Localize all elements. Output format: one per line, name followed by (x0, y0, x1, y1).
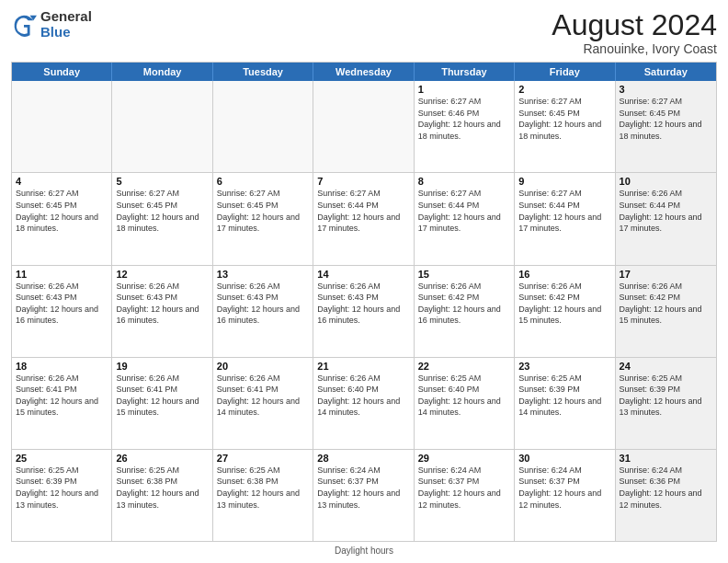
day-info: Sunrise: 6:26 AM Sunset: 6:42 PM Dayligh… (518, 281, 610, 327)
calendar-cell-18: 18Sunrise: 6:26 AM Sunset: 6:41 PM Dayli… (12, 358, 112, 449)
day-header-friday: Friday (515, 63, 615, 81)
calendar-cell-empty-0-2 (213, 81, 313, 172)
day-info: Sunrise: 6:27 AM Sunset: 6:45 PM Dayligh… (518, 96, 610, 142)
calendar-row-0: 1Sunrise: 6:27 AM Sunset: 6:46 PM Daylig… (12, 81, 716, 172)
calendar-cell-empty-0-1 (112, 81, 212, 172)
day-number: 12 (116, 269, 208, 280)
calendar-cell-26: 26Sunrise: 6:25 AM Sunset: 6:38 PM Dayli… (112, 450, 212, 541)
subtitle: Ranouinke, Ivory Coast (552, 41, 717, 56)
calendar-cell-6: 6Sunrise: 6:27 AM Sunset: 6:45 PM Daylig… (213, 173, 313, 264)
day-info: Sunrise: 6:24 AM Sunset: 6:37 PM Dayligh… (518, 465, 610, 511)
day-info: Sunrise: 6:26 AM Sunset: 6:40 PM Dayligh… (317, 373, 409, 419)
calendar-cell-7: 7Sunrise: 6:27 AM Sunset: 6:44 PM Daylig… (313, 173, 414, 264)
day-number: 1 (418, 84, 510, 95)
day-info: Sunrise: 6:27 AM Sunset: 6:45 PM Dayligh… (217, 188, 309, 234)
calendar-cell-16: 16Sunrise: 6:26 AM Sunset: 6:42 PM Dayli… (515, 266, 615, 357)
day-number: 29 (418, 453, 510, 464)
day-info: Sunrise: 6:26 AM Sunset: 6:41 PM Dayligh… (217, 373, 309, 419)
day-info: Sunrise: 6:24 AM Sunset: 6:37 PM Dayligh… (317, 465, 409, 511)
day-number: 8 (418, 176, 510, 187)
calendar-cell-25: 25Sunrise: 6:25 AM Sunset: 6:39 PM Dayli… (12, 450, 112, 541)
calendar-cell-19: 19Sunrise: 6:26 AM Sunset: 6:41 PM Dayli… (112, 358, 212, 449)
day-info: Sunrise: 6:26 AM Sunset: 6:43 PM Dayligh… (317, 281, 409, 327)
calendar-cell-29: 29Sunrise: 6:24 AM Sunset: 6:37 PM Dayli… (415, 450, 515, 541)
calendar-cell-24: 24Sunrise: 6:25 AM Sunset: 6:39 PM Dayli… (616, 358, 716, 449)
day-number: 25 (16, 453, 108, 464)
calendar-cell-empty-0-3 (313, 81, 414, 172)
calendar-cell-5: 5Sunrise: 6:27 AM Sunset: 6:45 PM Daylig… (112, 173, 212, 264)
day-header-wednesday: Wednesday (313, 63, 414, 81)
day-info: Sunrise: 6:26 AM Sunset: 6:42 PM Dayligh… (620, 281, 712, 327)
day-info: Sunrise: 6:26 AM Sunset: 6:42 PM Dayligh… (418, 281, 510, 327)
day-number: 3 (620, 84, 712, 95)
day-info: Sunrise: 6:25 AM Sunset: 6:39 PM Dayligh… (518, 373, 610, 419)
calendar-cell-28: 28Sunrise: 6:24 AM Sunset: 6:37 PM Dayli… (313, 450, 414, 541)
day-number: 26 (116, 453, 208, 464)
calendar-cell-9: 9Sunrise: 6:27 AM Sunset: 6:44 PM Daylig… (515, 173, 615, 264)
calendar-cell-15: 15Sunrise: 6:26 AM Sunset: 6:42 PM Dayli… (415, 266, 515, 357)
calendar-cell-30: 30Sunrise: 6:24 AM Sunset: 6:37 PM Dayli… (515, 450, 615, 541)
calendar-header: SundayMondayTuesdayWednesdayThursdayFrid… (12, 63, 716, 81)
logo-blue-text: Blue (40, 25, 92, 40)
day-info: Sunrise: 6:27 AM Sunset: 6:45 PM Dayligh… (16, 188, 108, 234)
day-info: Sunrise: 6:26 AM Sunset: 6:41 PM Dayligh… (16, 373, 108, 419)
calendar-cell-8: 8Sunrise: 6:27 AM Sunset: 6:44 PM Daylig… (415, 173, 515, 264)
calendar-body: 1Sunrise: 6:27 AM Sunset: 6:46 PM Daylig… (12, 81, 716, 541)
calendar-cell-27: 27Sunrise: 6:25 AM Sunset: 6:38 PM Dayli… (213, 450, 313, 541)
day-number: 15 (418, 269, 510, 280)
day-number: 31 (620, 453, 712, 464)
day-info: Sunrise: 6:27 AM Sunset: 6:44 PM Dayligh… (418, 188, 510, 234)
calendar-row-1: 4Sunrise: 6:27 AM Sunset: 6:45 PM Daylig… (12, 172, 716, 264)
day-number: 4 (16, 176, 108, 187)
logo: General Blue (11, 9, 92, 40)
calendar-row-3: 18Sunrise: 6:26 AM Sunset: 6:41 PM Dayli… (12, 357, 716, 449)
day-info: Sunrise: 6:25 AM Sunset: 6:38 PM Dayligh… (116, 465, 208, 511)
day-number: 24 (620, 361, 712, 372)
day-number: 17 (620, 269, 712, 280)
calendar-cell-3: 3Sunrise: 6:27 AM Sunset: 6:45 PM Daylig… (616, 81, 716, 172)
day-info: Sunrise: 6:25 AM Sunset: 6:38 PM Dayligh… (217, 465, 309, 511)
day-number: 27 (217, 453, 309, 464)
day-header-monday: Monday (112, 63, 212, 81)
calendar-cell-1: 1Sunrise: 6:27 AM Sunset: 6:46 PM Daylig… (415, 81, 515, 172)
logo-icon (11, 12, 37, 38)
day-number: 11 (16, 269, 108, 280)
day-number: 19 (116, 361, 208, 372)
day-info: Sunrise: 6:27 AM Sunset: 6:45 PM Dayligh… (116, 188, 208, 234)
day-info: Sunrise: 6:26 AM Sunset: 6:43 PM Dayligh… (116, 281, 208, 327)
day-info: Sunrise: 6:26 AM Sunset: 6:44 PM Dayligh… (620, 188, 712, 234)
day-number: 16 (518, 269, 610, 280)
day-info: Sunrise: 6:25 AM Sunset: 6:40 PM Dayligh… (418, 373, 510, 419)
day-info: Sunrise: 6:27 AM Sunset: 6:46 PM Dayligh… (418, 96, 510, 142)
day-header-tuesday: Tuesday (213, 63, 313, 81)
day-number: 13 (217, 269, 309, 280)
calendar-cell-13: 13Sunrise: 6:26 AM Sunset: 6:43 PM Dayli… (213, 266, 313, 357)
day-number: 18 (16, 361, 108, 372)
day-number: 30 (518, 453, 610, 464)
day-info: Sunrise: 6:25 AM Sunset: 6:39 PM Dayligh… (620, 373, 712, 419)
footer-note: Daylight hours (11, 546, 717, 556)
day-info: Sunrise: 6:27 AM Sunset: 6:44 PM Dayligh… (317, 188, 409, 234)
calendar-row-2: 11Sunrise: 6:26 AM Sunset: 6:43 PM Dayli… (12, 265, 716, 357)
header: General Blue August 2024 Ranouinke, Ivor… (11, 9, 717, 56)
day-info: Sunrise: 6:24 AM Sunset: 6:36 PM Dayligh… (620, 465, 712, 511)
day-number: 21 (317, 361, 409, 372)
day-header-sunday: Sunday (12, 63, 112, 81)
day-header-thursday: Thursday (415, 63, 515, 81)
day-number: 5 (116, 176, 208, 187)
calendar-cell-31: 31Sunrise: 6:24 AM Sunset: 6:36 PM Dayli… (616, 450, 716, 541)
day-header-saturday: Saturday (616, 63, 716, 81)
logo-general-text: General (40, 9, 92, 25)
day-number: 2 (518, 84, 610, 95)
day-number: 28 (317, 453, 409, 464)
day-info: Sunrise: 6:27 AM Sunset: 6:45 PM Dayligh… (620, 96, 712, 142)
day-number: 6 (217, 176, 309, 187)
day-number: 10 (620, 176, 712, 187)
day-info: Sunrise: 6:26 AM Sunset: 6:43 PM Dayligh… (217, 281, 309, 327)
calendar-cell-17: 17Sunrise: 6:26 AM Sunset: 6:42 PM Dayli… (616, 266, 716, 357)
calendar-cell-23: 23Sunrise: 6:25 AM Sunset: 6:39 PM Dayli… (515, 358, 615, 449)
day-number: 14 (317, 269, 409, 280)
title-block: August 2024 Ranouinke, Ivory Coast (552, 9, 717, 56)
day-info: Sunrise: 6:25 AM Sunset: 6:39 PM Dayligh… (16, 465, 108, 511)
day-info: Sunrise: 6:26 AM Sunset: 6:41 PM Dayligh… (116, 373, 208, 419)
